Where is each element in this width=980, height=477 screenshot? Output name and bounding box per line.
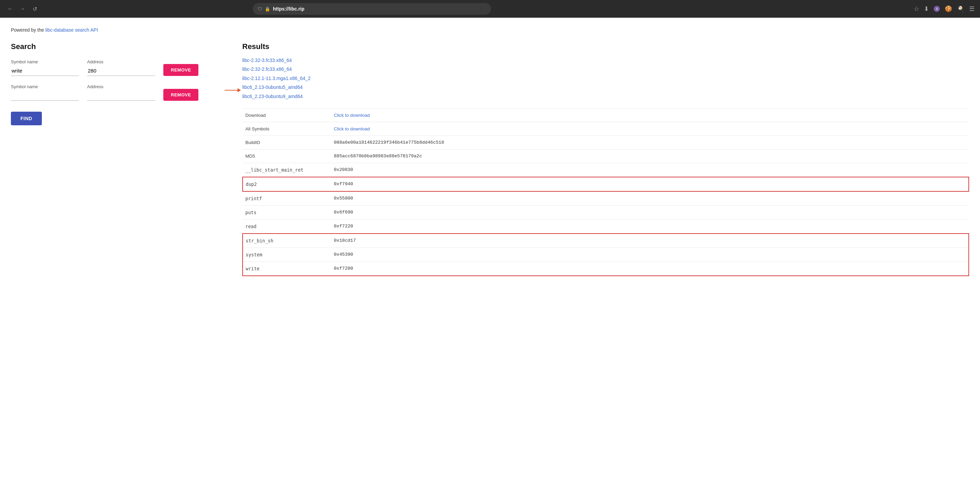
address-label-1: Address [87,59,155,64]
value-str-bin-sh: 0x18cd17 [331,234,969,248]
table-row-system: system 0x45390 [243,247,969,262]
value-all-symbols[interactable]: Click to download [331,122,969,136]
symbol-name-group-2: Symbol name [11,84,79,101]
table-row-all-symbols: All Symbols Click to download [243,122,969,136]
address-input-2[interactable] [87,91,155,101]
label-system: system [243,247,331,262]
results-title: Results [242,42,969,51]
extensions-badge[interactable]: 4 [934,6,940,12]
forward-button[interactable]: → [18,4,27,14]
label-read: read [243,219,331,234]
table-row-str-bin-sh: str_bin_sh 0x18cd17 [243,234,969,248]
refresh-button[interactable]: ↺ [30,4,40,14]
search-title: Search [11,42,222,51]
label-libc-start: __libc_start_main_ret [243,163,331,177]
address-group-2: Address [87,84,155,101]
star-icon[interactable]: ☆ [914,5,919,13]
result-link-3[interactable]: libc-2.12.1-11.3.mga1.x86_64_2 [242,75,969,82]
result-link-4[interactable]: libc6_2.13-0ubuntu5_amd64 [242,83,969,91]
label-download: Download [243,108,331,122]
value-libc-start: 0x20830 [331,163,969,177]
main-layout: Search Symbol name Address REMOVE Symbol… [11,42,969,276]
table-row-puts: puts 0x6f690 [243,205,969,219]
url-domain: libc.rip [289,6,305,11]
label-printf: printf [243,191,331,206]
address-label-2: Address [87,84,155,89]
table-row-read: read 0xf7220 [243,219,969,234]
result-link-5[interactable]: libc6_2.23-0ubuntu9_amd64 [242,93,969,100]
value-puts: 0x6f690 [331,205,969,219]
symbol-name-input-2[interactable] [11,91,79,101]
remove-button-1[interactable]: REMOVE [163,64,198,76]
search-row-1: Symbol name Address REMOVE [11,59,222,76]
profile-icon-1[interactable]: 🍪 [945,5,952,13]
table-row-printf: printf 0x55800 [243,191,969,206]
label-all-symbols: All Symbols [243,122,331,136]
table-row-buildid: BuildID 088a6e00a1814622219f346b41e775b8… [243,136,969,149]
address-bar[interactable]: 🛡 🔒 https://libc.rip [253,3,491,14]
details-table: Download Click to download All Symbols C… [242,108,969,276]
remove-button-2[interactable]: REMOVE [163,89,198,101]
search-row-2: Symbol name Address REMOVE [11,84,222,101]
arrow-head [237,88,241,92]
arrow-line [224,90,237,91]
symbol-name-input-1[interactable] [11,66,79,76]
powered-by-text: Powered by the [11,27,45,33]
security-icon: 🛡 [258,6,262,11]
arrow-indicator [224,88,241,92]
symbol-name-label-2: Symbol name [11,84,79,89]
label-str-bin-sh: str_bin_sh [243,234,331,248]
results-links: libc-2.32-3.fc33.x86_64 libc-2.32-2.fc33… [242,56,969,100]
find-button[interactable]: FIND [11,112,42,125]
table-row-dup2: dup2 0xf7940 [243,177,969,191]
symbol-name-group-1: Symbol name [11,59,79,76]
page-content: Powered by the libc-database search API … [0,18,980,286]
lock-icon: 🔒 [265,6,270,11]
value-system: 0x45390 [331,247,969,262]
api-link[interactable]: libc-database search API [45,27,98,33]
result-link-1[interactable]: libc-2.32-3.fc33.x86_64 [242,56,969,64]
search-panel: Search Symbol name Address REMOVE Symbol… [11,42,222,276]
label-dup2: dup2 [243,177,331,191]
address-group-1: Address [87,59,155,76]
table-row-download: Download Click to download [243,108,969,122]
browser-chrome: ← → ↺ 🛡 🔒 https://libc.rip ☆ ⬇ 4 🍪 🍳 ☰ [0,0,980,18]
table-row-md5: MD5 885acc6870b8ba98983e88e578179a2c [243,149,969,163]
value-write: 0xf7280 [331,262,969,276]
label-buildid: BuildID [243,136,331,149]
value-read: 0xf7220 [331,219,969,234]
value-printf: 0x55800 [331,191,969,206]
address-input-1[interactable] [87,66,155,76]
label-puts: puts [243,205,331,219]
url-display: https://libc.rip [273,6,305,11]
download-icon[interactable]: ⬇ [924,5,929,13]
value-dup2: 0xf7940 [331,177,969,191]
nav-buttons: ← → ↺ [5,4,40,14]
table-row-write: write 0xf7280 [243,262,969,276]
value-buildid: 088a6e00a1814622219f346b41e775b8dd46c518 [331,136,969,149]
all-symbols-link[interactable]: Click to download [334,126,370,131]
back-button[interactable]: ← [5,4,15,14]
powered-by-banner: Powered by the libc-database search API [11,27,969,33]
download-link[interactable]: Click to download [334,113,370,118]
results-panel: Results libc-2.32-3.fc33.x86_64 libc-2.3… [242,42,969,276]
value-md5: 885acc6870b8ba98983e88e578179a2c [331,149,969,163]
table-row-libc-start: __libc_start_main_ret 0x20830 [243,163,969,177]
label-write: write [243,262,331,276]
result-link-2[interactable]: libc-2.32-2.fc33.x86_64 [242,65,969,73]
symbol-name-label-1: Symbol name [11,59,79,64]
menu-icon[interactable]: ☰ [969,5,975,13]
label-md5: MD5 [243,149,331,163]
url-prefix: https:// [273,6,289,11]
browser-toolbar-right: ☆ ⬇ 4 🍪 🍳 ☰ [914,5,975,13]
value-download[interactable]: Click to download [331,108,969,122]
profile-icon-2[interactable]: 🍳 [957,5,964,13]
